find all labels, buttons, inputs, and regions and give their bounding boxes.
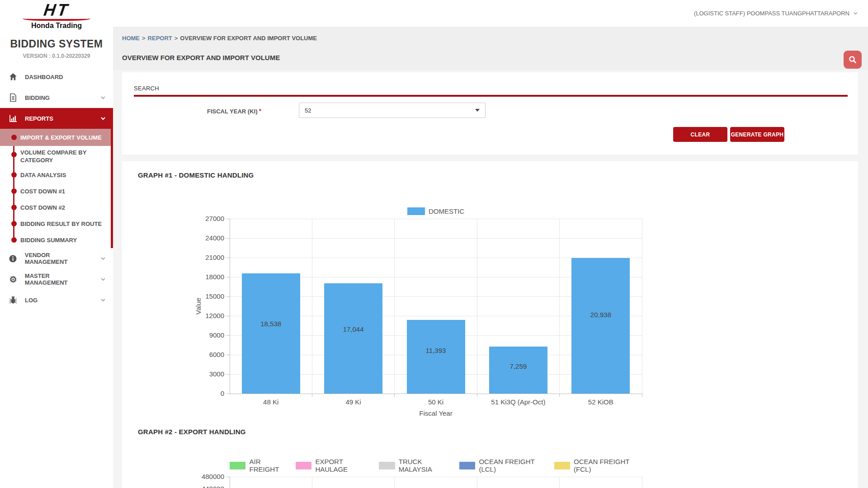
search-toggle-button[interactable] [844, 51, 862, 69]
legend-label: DOMESTIC [429, 207, 464, 215]
breadcrumb-separator: > [140, 35, 148, 42]
legend-item[interactable]: TRUCK MALAYSIA [379, 458, 452, 473]
y-axis-line [230, 477, 230, 488]
y-axis-tick [226, 374, 230, 375]
sidebar-item-master-management[interactable]: ⚙ MASTER MANAGEMENT [0, 269, 113, 290]
sidebar-item-label: VENDOR MANAGEMENT [25, 252, 94, 265]
timeline-dot-icon [11, 205, 17, 210]
bar-chart-icon [8, 114, 18, 123]
search-panel: SEARCH FISCAL YEAR (KI) * 52 CLEAR GENER… [122, 72, 858, 155]
legend-item[interactable]: OCEAN FREIGHT (FCL) [554, 458, 642, 473]
y-tick-label: 480000 [184, 473, 224, 480]
legend-item[interactable]: OCEAN FREIGHT (LCL) [459, 458, 547, 473]
y-axis-tick [226, 258, 230, 258]
submenu-item-label: VOLUME COMPARE BY CATEGORY [20, 149, 104, 164]
legend-item[interactable]: AIR FREIGHT [230, 458, 288, 473]
logo-monogram: HT [0, 3, 114, 18]
legend-item[interactable]: DOMESTIC [407, 207, 464, 215]
submenu-item-import-export-volume[interactable]: IMPORT & EXPORT VOLUME [0, 129, 111, 146]
breadcrumb-report-link[interactable]: REPORT [148, 35, 172, 42]
user-menu[interactable]: (LOGISTIC STAFF) POOMPASS TUANGPHATTARAP… [694, 0, 858, 27]
graphs-panel: GRAPH #1 - DOMESTIC HANDLING DOMESTIC Va… [122, 161, 858, 488]
sidebar-nav: DASHBOARD BIDDING REPORTS IMPORT [0, 66, 113, 310]
gridline-vertical [312, 219, 312, 394]
bug-icon [8, 296, 18, 305]
sidebar-item-label: MASTER MANAGEMENT [25, 272, 94, 286]
fiscal-year-label-text: FISCAL YEAR (KI) [207, 108, 257, 115]
submenu-item-volume-compare-by-category[interactable]: VOLUME COMPARE BY CATEGORY [0, 146, 111, 167]
y-tick-label: 27000 [184, 215, 224, 222]
submenu-item-label: BIDDING RESULT BY ROUTE [20, 220, 102, 228]
gridline-vertical [312, 477, 312, 488]
sidebar-item-label: BIDDING [25, 94, 50, 101]
sidebar: HT Honda Trading BIDDING SYSTEM VERSION … [0, 0, 113, 488]
breadcrumb-separator: > [172, 35, 180, 42]
submenu-item-bidding-result-by-route[interactable]: BIDDING RESULT BY ROUTE [0, 216, 111, 232]
legend-label: EXPORT HAULAGE [315, 458, 372, 473]
bar-value-label: 7,259 [489, 362, 547, 370]
page-header-band: HOME>REPORT>OVERVIEW FOR EXPORT AND IMPO… [113, 27, 868, 70]
sidebar-item-reports[interactable]: REPORTS [0, 108, 113, 129]
submenu-item-data-analysis[interactable]: DATA ANALYSIS [0, 167, 111, 183]
submenu-item-label: COST DOWN #2 [20, 204, 65, 211]
x-axis-tick [642, 394, 642, 397]
x-axis-tick [559, 394, 560, 397]
bar-49 Ki [324, 283, 382, 394]
gridline-vertical [559, 219, 560, 394]
home-icon [8, 72, 18, 81]
fiscal-year-label: FISCAL YEAR (KI) * [207, 108, 261, 115]
submenu-item-bidding-summary[interactable]: BIDDING SUMMARY [0, 232, 111, 248]
legend-swatch-icon [554, 462, 571, 469]
bar-value-label: 11,393 [407, 347, 465, 354]
submenu-item-cost-down-1[interactable]: COST DOWN #1 [0, 183, 111, 199]
legend-swatch-icon [407, 207, 425, 215]
gridline-horizontal [230, 219, 642, 219]
y-axis-tick [226, 238, 230, 239]
y-axis-tick [226, 355, 230, 355]
gear-icon: ⚙ [8, 275, 18, 284]
y-axis-tick [226, 219, 230, 219]
legend-swatch-icon [296, 462, 312, 469]
timeline-dot-icon [11, 237, 17, 243]
timeline-dot-icon [11, 152, 17, 157]
app-title: BIDDING SYSTEM [0, 38, 113, 50]
page-title: OVERVIEW FOR EXPORT AND IMPORT VOLUME [122, 54, 280, 61]
submenu-item-label: DATA ANALYSIS [20, 171, 66, 179]
legend-item[interactable]: EXPORT HAULAGE [296, 458, 372, 473]
legend-swatch-icon [379, 462, 395, 469]
timeline-dot-icon [11, 221, 17, 226]
bar-51 Ki3Q (Apr-Oct) [489, 347, 547, 394]
y-axis-tick [226, 477, 230, 477]
gridline-vertical [559, 477, 560, 488]
clear-button[interactable]: CLEAR [673, 127, 727, 142]
timeline-dot-icon [11, 172, 17, 178]
submenu-item-label: BIDDING SUMMARY [20, 236, 77, 244]
search-icon [848, 55, 857, 64]
sidebar-item-dashboard[interactable]: DASHBOARD [0, 66, 113, 87]
logo-brand-text: Honda Trading [0, 22, 113, 30]
generate-graph-button[interactable]: GENERATE GRAPH [730, 127, 784, 142]
y-tick-label: 9000 [184, 331, 224, 339]
bar-50 Ki [407, 320, 465, 394]
logo-link[interactable]: HT Honda Trading [0, 0, 113, 30]
graph1-y-axis-label: Value [194, 284, 202, 329]
gridline-vertical [477, 477, 477, 488]
sidebar-item-log[interactable]: LOG [0, 290, 113, 310]
bar-52 KiOB [571, 258, 630, 394]
y-tick-label: 24000 [184, 234, 224, 242]
timeline-dot-icon [11, 135, 17, 140]
y-axis-tick [226, 296, 230, 297]
chevron-down-icon [853, 12, 858, 15]
y-axis-tick [226, 316, 230, 316]
fiscal-year-select[interactable]: 52 [299, 103, 486, 118]
user-name-label: (LOGISTIC STAFF) POOMPASS TUANGPHATTARAP… [694, 10, 849, 17]
x-tick-label: 48 Ki [230, 398, 312, 406]
y-tick-label: 18000 [184, 273, 224, 281]
sidebar-item-bidding[interactable]: BIDDING [0, 87, 113, 108]
sidebar-item-vendor-management[interactable]: VENDOR MANAGEMENT [0, 248, 113, 269]
x-axis-tick [394, 394, 395, 397]
x-tick-label: 50 Ki [395, 398, 477, 406]
submenu-item-cost-down-2[interactable]: COST DOWN #2 [0, 199, 111, 216]
breadcrumb-home-link[interactable]: HOME [122, 35, 140, 42]
breadcrumb: HOME>REPORT>OVERVIEW FOR EXPORT AND IMPO… [122, 35, 317, 42]
